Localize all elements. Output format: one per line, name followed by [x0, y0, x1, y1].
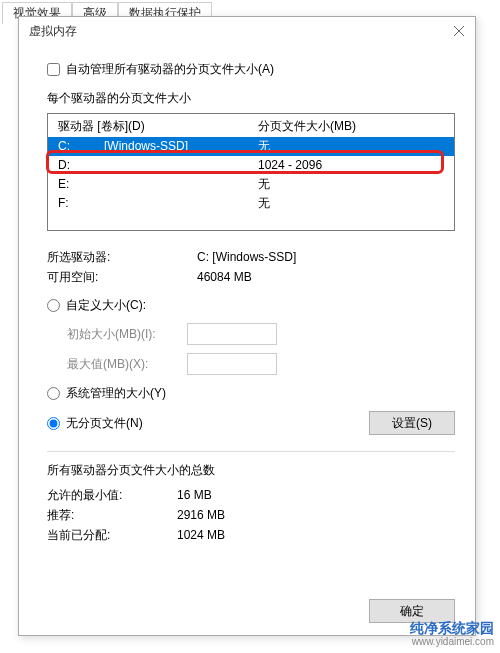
drive-letter: F:: [58, 195, 104, 212]
radio-custom-label: 自定义大小(C):: [66, 295, 146, 315]
drive-letter: E:: [58, 176, 104, 193]
auto-manage-checkbox[interactable]: [47, 63, 60, 76]
radio-no-pagefile[interactable]: [47, 417, 60, 430]
min-allowed-label: 允许的最小值:: [47, 485, 177, 505]
initial-size-label: 初始大小(MB)(I):: [67, 326, 187, 343]
per-drive-section-label: 每个驱动器的分页文件大小: [47, 90, 455, 107]
watermark-url: www.yidaimei.com: [410, 635, 494, 649]
drive-row[interactable]: C:[Windows-SSD]无: [48, 137, 454, 156]
drive-listbox[interactable]: 驱动器 [卷标](D) 分页文件大小(MB) C:[Windows-SSD]无D…: [47, 113, 455, 231]
initial-size-input: [187, 323, 277, 345]
drive-pagefile: 无: [258, 176, 444, 193]
set-button[interactable]: 设置(S): [369, 411, 455, 435]
min-allowed-value: 16 MB: [177, 485, 455, 505]
drive-pagefile: 1024 - 2096: [258, 157, 444, 174]
radio-system-label: 系统管理的大小(Y): [66, 383, 166, 403]
free-space-label: 可用空间:: [47, 267, 197, 287]
drive-row[interactable]: E:无: [48, 175, 454, 194]
radio-system-managed[interactable]: [47, 387, 60, 400]
radio-custom-size[interactable]: [47, 299, 60, 312]
divider: [47, 451, 455, 452]
drive-label: [104, 176, 258, 193]
hdr-pagefile: 分页文件大小(MB): [258, 118, 444, 135]
recommended-label: 推荐:: [47, 505, 177, 525]
drive-list-header: 驱动器 [卷标](D) 分页文件大小(MB): [48, 114, 454, 137]
virtual-memory-dialog: 虚拟内存 自动管理所有驱动器的分页文件大小(A) 每个驱动器的分页文件大小 驱动…: [18, 16, 476, 636]
dialog-footer: 确定: [19, 587, 475, 635]
selected-drive-label: 所选驱动器:: [47, 247, 197, 267]
drive-label: [104, 157, 258, 174]
dialog-title: 虚拟内存: [29, 23, 77, 40]
drive-pagefile: 无: [258, 195, 444, 212]
drive-pagefile: 无: [258, 138, 444, 155]
drive-label: [104, 195, 258, 212]
totals-section-label: 所有驱动器分页文件大小的总数: [47, 462, 455, 479]
free-space-value: 46084 MB: [197, 267, 455, 287]
recommended-value: 2916 MB: [177, 505, 455, 525]
drive-letter: D:: [58, 157, 104, 174]
hdr-drive: 驱动器 [卷标](D): [58, 118, 258, 135]
close-icon[interactable]: [451, 23, 467, 39]
radio-none-label: 无分页文件(N): [66, 413, 143, 433]
auto-manage-label: 自动管理所有驱动器的分页文件大小(A): [66, 61, 274, 78]
currently-allocated-value: 1024 MB: [177, 525, 455, 545]
drive-letter: C:: [58, 138, 104, 155]
max-size-label: 最大值(MB)(X):: [67, 356, 187, 373]
selected-drive-value: C: [Windows-SSD]: [197, 247, 455, 267]
watermark: 纯净系统家园 www.yidaimei.com: [410, 621, 494, 649]
drive-label: [Windows-SSD]: [104, 138, 258, 155]
max-size-input: [187, 353, 277, 375]
currently-allocated-label: 当前已分配:: [47, 525, 177, 545]
titlebar: 虚拟内存: [19, 17, 475, 47]
drive-row[interactable]: F:无: [48, 194, 454, 213]
watermark-title: 纯净系统家园: [410, 621, 494, 635]
drive-row[interactable]: D:1024 - 2096: [48, 156, 454, 175]
